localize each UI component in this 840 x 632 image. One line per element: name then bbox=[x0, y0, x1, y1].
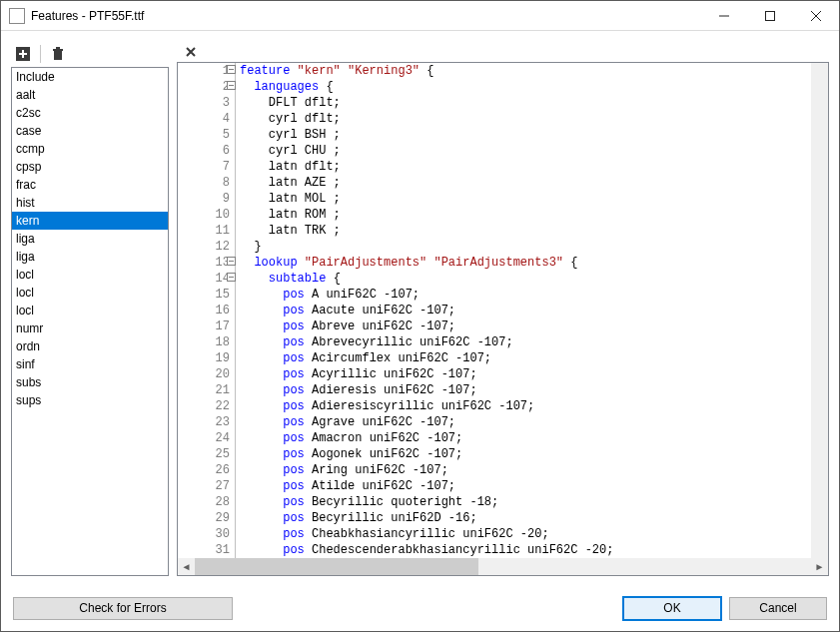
content-area: Includeaaltc2sccaseccmpcpspfrachistkernl… bbox=[1, 31, 839, 586]
feature-item-subs[interactable]: subs bbox=[12, 373, 168, 391]
line-number: 6 bbox=[178, 143, 235, 159]
feature-item-ordn[interactable]: ordn bbox=[12, 337, 168, 355]
code-line[interactable]: cyrl BSH ; bbox=[240, 127, 811, 143]
fold-marker-icon[interactable] bbox=[227, 273, 236, 282]
line-number: 3 bbox=[178, 95, 235, 111]
code-line[interactable]: pos Atilde uniF62C -107; bbox=[240, 478, 811, 494]
feature-item-sinf[interactable]: sinf bbox=[12, 355, 168, 373]
fold-marker-icon[interactable] bbox=[227, 65, 236, 74]
code-line[interactable]: pos Acyrillic uniF62C -107; bbox=[240, 366, 811, 382]
feature-item-case[interactable]: case bbox=[12, 122, 168, 140]
code-line[interactable]: pos Cheabkhasiancyrillic uniF62C -20; bbox=[240, 526, 811, 542]
line-number: 27 bbox=[178, 478, 235, 494]
line-number: 2 bbox=[178, 79, 235, 95]
feature-item-sups[interactable]: sups bbox=[12, 391, 168, 409]
line-number: 30 bbox=[178, 526, 235, 542]
code-line[interactable]: cyrl dflt; bbox=[240, 111, 811, 127]
vertical-scrollbar[interactable] bbox=[811, 63, 828, 558]
feature-item-locl[interactable]: locl bbox=[12, 284, 168, 302]
feature-item-ccmp[interactable]: ccmp bbox=[12, 140, 168, 158]
feature-item-liga[interactable]: liga bbox=[12, 230, 168, 248]
code-line[interactable]: cyrl CHU ; bbox=[240, 143, 811, 159]
code-line[interactable]: latn MOL ; bbox=[240, 191, 811, 207]
feature-item-cpsp[interactable]: cpsp bbox=[12, 158, 168, 176]
feature-item-numr[interactable]: numr bbox=[12, 319, 168, 337]
code-line[interactable]: pos Agrave uniF62C -107; bbox=[240, 414, 811, 430]
close-button[interactable] bbox=[793, 1, 839, 30]
code-line[interactable]: lookup "PairAdjustments" "PairAdjustment… bbox=[240, 255, 811, 271]
toggle-view-button[interactable] bbox=[181, 42, 201, 62]
code-line[interactable]: latn TRK ; bbox=[240, 223, 811, 239]
feature-list[interactable]: Includeaaltc2sccaseccmpcpspfrachistkernl… bbox=[11, 67, 169, 576]
minimize-button[interactable] bbox=[701, 1, 747, 30]
line-number: 20 bbox=[178, 366, 235, 382]
scroll-right-icon[interactable]: ► bbox=[811, 558, 828, 575]
code-line[interactable]: pos Aring uniF62C -107; bbox=[240, 462, 811, 478]
line-number-gutter: 1234567891011121314151617181920212223242… bbox=[178, 63, 236, 558]
feature-item-include[interactable]: Include bbox=[12, 68, 168, 86]
line-number: 19 bbox=[178, 350, 235, 366]
code-line[interactable]: pos Aogonek uniF62C -107; bbox=[240, 446, 811, 462]
titlebar: Features - PTF55F.ttf bbox=[1, 1, 839, 31]
maximize-button[interactable] bbox=[747, 1, 793, 30]
line-number: 13 bbox=[178, 255, 235, 271]
scroll-left-icon[interactable]: ◄ bbox=[178, 558, 195, 575]
check-errors-button[interactable]: Check for Errors bbox=[13, 597, 233, 620]
toolbar-separator bbox=[40, 45, 41, 63]
code-line[interactable]: pos Adieresis uniF62C -107; bbox=[240, 382, 811, 398]
fold-marker-icon[interactable] bbox=[227, 257, 236, 266]
code-line[interactable]: pos Aacute uniF62C -107; bbox=[240, 303, 811, 318]
feature-item-locl[interactable]: locl bbox=[12, 266, 168, 284]
code-text[interactable]: feature "kern" "Kerning3" { languages { … bbox=[236, 63, 811, 558]
code-line[interactable]: pos Abrevecyrillic uniF62C -107; bbox=[240, 334, 811, 350]
feature-item-hist[interactable]: hist bbox=[12, 194, 168, 212]
feature-item-aalt[interactable]: aalt bbox=[12, 86, 168, 104]
left-panel: Includeaaltc2sccaseccmpcpspfrachistkernl… bbox=[11, 41, 169, 576]
line-number: 12 bbox=[178, 239, 235, 255]
add-icon bbox=[16, 47, 30, 61]
scroll-thumb[interactable] bbox=[195, 558, 478, 575]
code-editor: 1234567891011121314151617181920212223242… bbox=[177, 62, 829, 576]
maximize-icon bbox=[765, 11, 775, 21]
arrows-icon bbox=[184, 45, 198, 59]
scroll-track[interactable] bbox=[195, 558, 811, 575]
code-line[interactable]: latn dflt; bbox=[240, 159, 811, 175]
code-line[interactable]: feature "kern" "Kerning3" { bbox=[240, 63, 811, 79]
code-line[interactable]: latn ROM ; bbox=[240, 207, 811, 223]
right-panel: 1234567891011121314151617181920212223242… bbox=[177, 41, 829, 576]
app-icon bbox=[9, 8, 25, 24]
feature-item-kern[interactable]: kern bbox=[12, 212, 168, 230]
horizontal-scrollbar[interactable]: ◄ ► bbox=[178, 558, 828, 575]
cancel-button[interactable]: Cancel bbox=[729, 597, 827, 620]
code-line[interactable]: subtable { bbox=[240, 271, 811, 287]
code-line[interactable]: pos Amacron uniF62C -107; bbox=[240, 430, 811, 446]
add-feature-button[interactable] bbox=[13, 44, 33, 64]
feature-item-frac[interactable]: frac bbox=[12, 176, 168, 194]
line-number: 25 bbox=[178, 446, 235, 462]
line-number: 26 bbox=[178, 462, 235, 478]
delete-feature-button[interactable] bbox=[48, 44, 68, 64]
code-line[interactable]: pos Adieresiscyrillic uniF62C -107; bbox=[240, 398, 811, 414]
code-line[interactable]: pos Acircumflex uniF62C -107; bbox=[240, 350, 811, 366]
code-line[interactable]: DFLT dflt; bbox=[240, 95, 811, 111]
window-title: Features - PTF55F.ttf bbox=[31, 9, 144, 23]
code-line[interactable]: pos Becyrillic uniF62D -16; bbox=[240, 510, 811, 526]
trash-icon bbox=[51, 47, 65, 61]
feature-item-c2sc[interactable]: c2sc bbox=[12, 104, 168, 122]
feature-item-locl[interactable]: locl bbox=[12, 302, 168, 319]
code-line[interactable]: latn AZE ; bbox=[240, 175, 811, 191]
line-number: 14 bbox=[178, 271, 235, 287]
line-number: 8 bbox=[178, 175, 235, 191]
left-toolbar bbox=[11, 41, 169, 67]
ok-button[interactable]: OK bbox=[623, 597, 721, 620]
feature-item-liga[interactable]: liga bbox=[12, 248, 168, 266]
code-line[interactable]: pos Becyrillic quoteright -18; bbox=[240, 494, 811, 510]
code-line[interactable]: pos Chedescenderabkhasiancyrillic uniF62… bbox=[240, 542, 811, 558]
fold-marker-icon[interactable] bbox=[227, 81, 236, 90]
code-line[interactable]: pos Abreve uniF62C -107; bbox=[240, 318, 811, 334]
line-number: 15 bbox=[178, 287, 235, 303]
code-line[interactable]: } bbox=[240, 239, 811, 255]
code-line[interactable]: languages { bbox=[240, 79, 811, 95]
code-line[interactable]: pos A uniF62C -107; bbox=[240, 287, 811, 303]
line-number: 16 bbox=[178, 303, 235, 318]
